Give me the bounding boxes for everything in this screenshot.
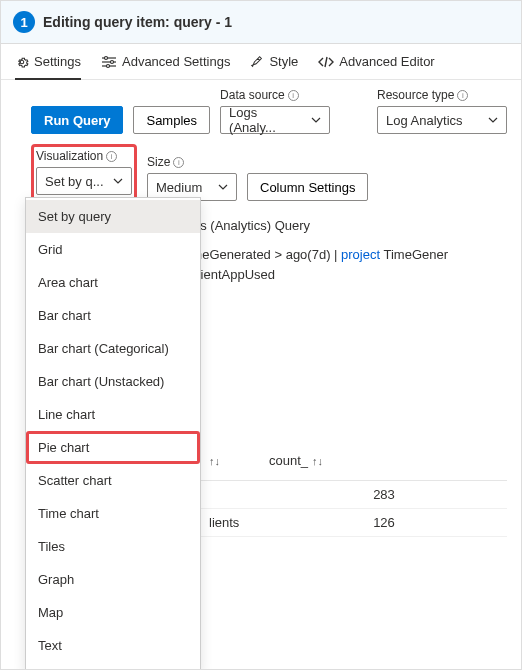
- data-source-label: Data source i: [220, 88, 367, 102]
- select-value: Logs (Analy...: [229, 105, 305, 135]
- select-value: Log Analytics: [386, 113, 463, 128]
- visualization-select[interactable]: Set by q...: [36, 167, 132, 195]
- dd-item-line-chart[interactable]: Line chart: [26, 398, 200, 431]
- column-settings-button[interactable]: Column Settings: [247, 173, 368, 201]
- paintbrush-icon: [250, 55, 264, 69]
- dd-item-set-by-query[interactable]: Set by query: [26, 200, 200, 233]
- chevron-down-icon: [311, 117, 321, 123]
- chevron-down-icon: [488, 117, 498, 123]
- info-icon: i: [173, 157, 184, 168]
- cell: 283: [261, 481, 507, 508]
- table-col-sort[interactable]: ↑↓: [201, 447, 261, 474]
- data-source-select[interactable]: Logs (Analy...: [220, 106, 330, 134]
- size-label: Size i: [147, 155, 237, 169]
- samples-button[interactable]: Samples: [133, 106, 210, 134]
- resource-type-label: Resource type i: [377, 88, 507, 102]
- cell: [201, 481, 261, 508]
- header-title: Editing query item: query - 1: [43, 14, 232, 30]
- tab-label: Advanced Editor: [339, 54, 434, 69]
- table-col-count[interactable]: count_ ↑↓: [261, 447, 507, 474]
- visualization-label: Visualization i: [36, 149, 132, 163]
- info-icon: i: [288, 90, 299, 101]
- select-value: Medium: [156, 180, 202, 195]
- chevron-down-icon: [218, 184, 228, 190]
- visualization-highlight: Visualization i Set by q...: [31, 144, 137, 201]
- tab-advanced-settings[interactable]: Advanced Settings: [101, 54, 230, 79]
- dd-item-graph[interactable]: Graph: [26, 563, 200, 596]
- dd-item-grid[interactable]: Grid: [26, 233, 200, 266]
- info-icon: i: [457, 90, 468, 101]
- info-icon: i: [106, 151, 117, 162]
- svg-point-4: [110, 60, 113, 63]
- code-keyword: project: [341, 247, 380, 262]
- dd-item-bar-chart-unstacked[interactable]: Bar chart (Unstacked): [26, 365, 200, 398]
- tabs-bar: Settings Advanced Settings Style Advance…: [1, 44, 521, 80]
- tab-label: Settings: [34, 54, 81, 69]
- dd-item-bar-chart-categorical[interactable]: Bar chart (Categorical): [26, 332, 200, 365]
- code-text: TimeGenerated > ago(7d) |: [181, 247, 341, 262]
- svg-point-3: [104, 56, 107, 59]
- select-value: Set by q...: [45, 174, 104, 189]
- controls-row-1: Run Query Samples Data source i Logs (An…: [1, 80, 521, 142]
- tab-label: Advanced Settings: [122, 54, 230, 69]
- chevron-down-icon: [113, 178, 123, 184]
- run-query-button[interactable]: Run Query: [31, 106, 123, 134]
- sliders-icon: [101, 55, 117, 69]
- visualization-dropdown[interactable]: Set by query Grid Area chart Bar chart B…: [25, 197, 201, 670]
- svg-point-5: [106, 64, 109, 67]
- code-icon: [318, 55, 334, 69]
- editor-header: 1 Editing query item: query - 1: [1, 1, 521, 44]
- code-text: TimeGener: [380, 247, 448, 262]
- step-badge: 1: [13, 11, 35, 33]
- dd-item-time-chart[interactable]: Time chart: [26, 497, 200, 530]
- tab-advanced-editor[interactable]: Advanced Editor: [318, 54, 434, 79]
- dd-item-bar-chart[interactable]: Bar chart: [26, 299, 200, 332]
- dd-item-map[interactable]: Map: [26, 596, 200, 629]
- dd-item-scatter-chart[interactable]: Scatter chart: [26, 464, 200, 497]
- tab-label: Style: [269, 54, 298, 69]
- tab-settings[interactable]: Settings: [15, 54, 81, 79]
- sort-icon: ↑↓: [312, 455, 323, 467]
- sort-icon: ↑↓: [209, 455, 220, 467]
- tab-style[interactable]: Style: [250, 54, 298, 79]
- cell: lients: [201, 509, 261, 536]
- gear-icon: [15, 55, 29, 69]
- dd-item-tiles[interactable]: Tiles: [26, 530, 200, 563]
- dd-item-stat[interactable]: Stat: [26, 662, 200, 670]
- resource-type-select[interactable]: Log Analytics: [377, 106, 507, 134]
- query-type-label: gs (Analytics) Query: [193, 218, 310, 233]
- dd-item-pie-chart[interactable]: Pie chart: [26, 431, 200, 464]
- cell: 126: [261, 509, 507, 536]
- col-label: count_: [269, 453, 308, 468]
- dd-item-area-chart[interactable]: Area chart: [26, 266, 200, 299]
- dd-item-text[interactable]: Text: [26, 629, 200, 662]
